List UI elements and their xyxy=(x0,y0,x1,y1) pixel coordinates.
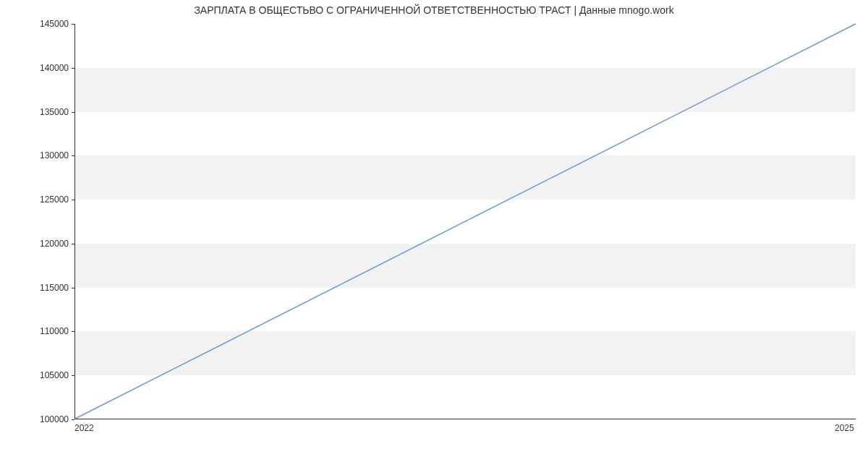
plot-area xyxy=(75,24,856,419)
chart-title: ЗАРПЛАТА В ОБЩЕСТЬВО С ОГРАНИЧЕННОЙ ОТВЕ… xyxy=(0,4,868,16)
y-tick-label: 125000 xyxy=(25,195,69,205)
y-tick-label: 140000 xyxy=(25,63,69,73)
x-tick-label: 2025 xyxy=(835,423,854,433)
x-tick-label: 2022 xyxy=(75,423,94,433)
salary-chart: ЗАРПЛАТА В ОБЩЕСТЬВО С ОГРАНИЧЕННОЙ ОТВЕ… xyxy=(0,0,868,470)
y-tick-label: 100000 xyxy=(25,414,69,424)
series-line xyxy=(75,24,856,419)
line-layer xyxy=(75,24,856,419)
y-tick-mark xyxy=(72,419,75,420)
y-tick-label: 145000 xyxy=(25,19,69,29)
y-tick-label: 135000 xyxy=(25,107,69,117)
y-tick-label: 105000 xyxy=(25,370,69,380)
y-tick-label: 130000 xyxy=(25,150,69,161)
y-tick-label: 120000 xyxy=(25,239,69,249)
y-tick-label: 115000 xyxy=(25,283,69,293)
y-tick-label: 110000 xyxy=(25,326,69,336)
